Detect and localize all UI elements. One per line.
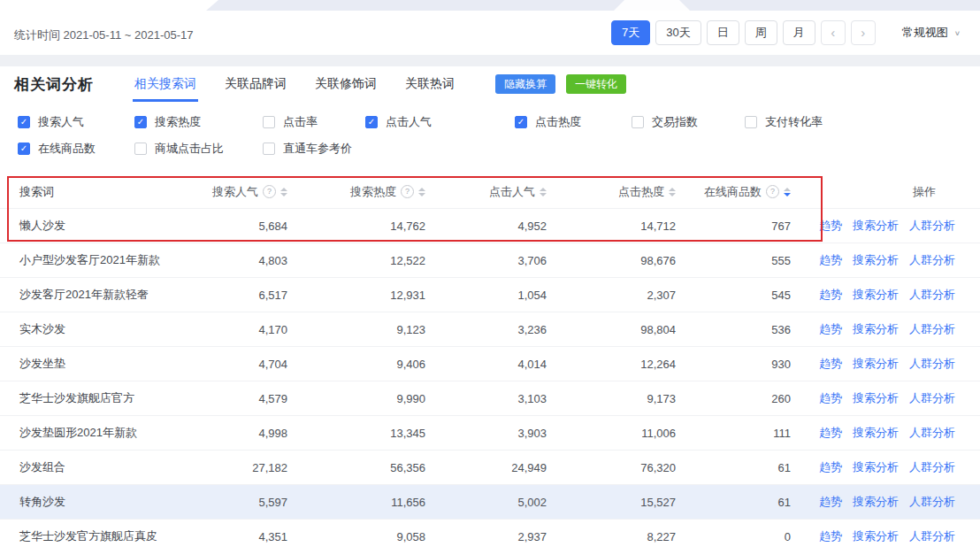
sort-icon[interactable] [540, 188, 547, 196]
search-analysis-link[interactable]: 搜索分析 [853, 460, 899, 474]
trend-link[interactable]: 趋势 [819, 529, 842, 543]
tab-related-modifier-words[interactable]: 关联修饰词 [315, 66, 377, 102]
view-selector-dropdown[interactable]: 常规视图 ∨ [902, 25, 961, 41]
crowd-analysis-link[interactable]: 人群分析 [909, 357, 955, 370]
sort-icon-active-desc[interactable] [784, 188, 791, 196]
column-header-click-heat[interactable]: 点击热度 [547, 184, 676, 200]
checkbox-icon[interactable]: ✓ [18, 116, 30, 128]
column-header-online-products[interactable]: 在线商品数? [676, 184, 791, 200]
checkbox-transaction-index[interactable]: ✓ 交易指数 [632, 114, 745, 130]
checkbox-icon[interactable]: ✓ [632, 116, 644, 128]
column-label: 在线商品数 [704, 184, 762, 200]
checkbox-click-heat[interactable]: ✓ 点击热度 [515, 114, 632, 130]
trend-link[interactable]: 趋势 [819, 322, 842, 335]
range-7days-button[interactable]: 7天 [611, 20, 650, 45]
keyword-cell[interactable]: 芝华士沙发官方旗舰店真皮 [0, 528, 186, 544]
checkbox-online-products[interactable]: ✓ 在线商品数 [18, 141, 134, 157]
range-day-button[interactable]: 日 [707, 20, 739, 45]
column-header-search-popularity[interactable]: 搜索人气? [186, 184, 287, 200]
keyword-cell[interactable]: 沙发组合 [0, 459, 186, 475]
checkbox-icon[interactable]: ✓ [263, 143, 275, 155]
search-analysis-link[interactable]: 搜索分析 [853, 391, 899, 404]
crowd-analysis-link[interactable]: 人群分析 [909, 529, 955, 543]
info-icon[interactable]: ? [263, 185, 276, 198]
sort-icon[interactable] [418, 188, 425, 196]
keyword-cell[interactable]: 小户型沙发客厅2021年新款 [0, 252, 186, 268]
info-icon[interactable]: ? [766, 185, 779, 198]
tab-related-search-words[interactable]: 相关搜索词 [134, 66, 196, 102]
search-analysis-link[interactable]: 搜索分析 [853, 253, 899, 266]
crowd-analysis-link[interactable]: 人群分析 [909, 426, 955, 439]
table-row: 懒人沙发 5,684 14,762 4,952 14,712 767 趋势搜索分… [0, 208, 980, 243]
keyword-cell[interactable]: 懒人沙发 [0, 218, 186, 234]
keyword-cell[interactable]: 芝华士沙发旗舰店官方 [0, 390, 186, 406]
checkbox-icon[interactable]: ✓ [263, 116, 275, 128]
sort-icon[interactable] [280, 188, 287, 196]
date-range-label: 统计时间 2021-05-11 ~ 2021-05-17 [14, 27, 193, 43]
tab-related-brand-words[interactable]: 关联品牌词 [225, 66, 287, 102]
keyword-cell[interactable]: 沙发坐垫 [0, 356, 186, 372]
checkbox-icon[interactable]: ✓ [18, 143, 30, 155]
search-analysis-link[interactable]: 搜索分析 [853, 529, 899, 543]
range-30days-button[interactable]: 30天 [655, 20, 701, 45]
trend-link[interactable]: 趋势 [819, 391, 842, 404]
search-analysis-link[interactable]: 搜索分析 [853, 322, 899, 335]
checkbox-search-popularity[interactable]: ✓ 搜索人气 [18, 114, 134, 130]
checkbox-search-heat[interactable]: ✓ 搜索热度 [134, 114, 263, 130]
trend-link[interactable]: 趋势 [819, 219, 842, 232]
prev-period-button[interactable]: ‹ [821, 20, 846, 45]
search-analysis-link[interactable]: 搜索分析 [853, 288, 899, 301]
table-row: 小户型沙发客厅2021年新款 4,803 12,522 3,706 98,676… [0, 243, 980, 277]
checkbox-pay-conversion-rate[interactable]: ✓ 支付转化率 [745, 114, 980, 130]
crowd-analysis-link[interactable]: 人群分析 [909, 391, 955, 404]
crowd-analysis-link[interactable]: 人群分析 [909, 322, 955, 335]
search-analysis-link[interactable]: 搜索分析 [853, 219, 899, 232]
click-popularity-cell: 5,002 [425, 496, 547, 509]
range-week-button[interactable]: 周 [745, 20, 777, 45]
checkbox-icon[interactable]: ✓ [745, 116, 757, 128]
column-header-click-popularity[interactable]: 点击人气 [425, 184, 547, 200]
trend-link[interactable]: 趋势 [819, 460, 842, 474]
one-click-convert-button[interactable]: 一键转化 [566, 74, 626, 94]
checkbox-click-rate[interactable]: ✓ 点击率 [263, 114, 365, 130]
checkbox-click-popularity[interactable]: ✓ 点击人气 [365, 114, 515, 130]
search-analysis-link[interactable]: 搜索分析 [853, 426, 899, 439]
keyword-cell[interactable]: 沙发垫圆形2021年新款 [0, 425, 186, 441]
click-popularity-cell: 3,706 [425, 254, 547, 267]
metric-filters: ✓ 搜索人气 ✓ 搜索热度 ✓ 点击率 ✓ 点击人气 ✓ 点击热度 [0, 102, 980, 175]
trend-link[interactable]: 趋势 [819, 426, 842, 439]
section-divider-band [0, 55, 980, 66]
checkbox-icon[interactable]: ✓ [134, 116, 147, 128]
checkbox-icon[interactable]: ✓ [365, 116, 378, 128]
range-month-button[interactable]: 月 [783, 20, 815, 45]
crowd-analysis-link[interactable]: 人群分析 [909, 219, 955, 232]
crowd-analysis-link[interactable]: 人群分析 [909, 495, 955, 508]
trend-link[interactable]: 趋势 [819, 288, 842, 301]
search-popularity-cell: 5,597 [186, 496, 287, 509]
trend-link[interactable]: 趋势 [819, 357, 842, 370]
info-icon[interactable]: ? [401, 185, 414, 198]
search-analysis-link[interactable]: 搜索分析 [853, 357, 899, 370]
checkbox-icon[interactable]: ✓ [515, 116, 527, 128]
tab-related-hot-words[interactable]: 关联热词 [405, 66, 455, 102]
crowd-analysis-link[interactable]: 人群分析 [909, 460, 955, 474]
click-popularity-cell: 24,949 [425, 461, 547, 474]
crowd-analysis-link[interactable]: 人群分析 [909, 253, 955, 266]
trend-link[interactable]: 趋势 [819, 253, 842, 266]
keyword-cell[interactable]: 沙发客厅2021年新款轻奢 [0, 287, 186, 303]
keyword-cell[interactable]: 实木沙发 [0, 321, 186, 337]
search-analysis-link[interactable]: 搜索分析 [853, 495, 899, 508]
checkbox-label: 搜索人气 [38, 114, 84, 130]
crowd-analysis-link[interactable]: 人群分析 [909, 288, 955, 301]
checkbox-icon[interactable]: ✓ [134, 143, 147, 155]
checkbox-zhitongche-ref-price[interactable]: ✓ 直通车参考价 [263, 141, 365, 157]
trend-link[interactable]: 趋势 [819, 495, 842, 508]
checkbox-mall-click-share[interactable]: ✓ 商城点击占比 [134, 141, 263, 157]
hide-convert-button[interactable]: 隐藏换算 [495, 74, 555, 94]
next-period-button[interactable]: › [851, 20, 876, 45]
search-heat-cell: 56,356 [287, 461, 425, 474]
section-header: 相关词分析 相关搜索词 关联品牌词 关联修饰词 关联热词 隐藏换算 一键转化 [0, 66, 980, 102]
keyword-cell[interactable]: 转角沙发 [0, 494, 186, 510]
column-header-search-heat[interactable]: 搜索热度? [287, 184, 425, 200]
sort-icon[interactable] [669, 188, 676, 196]
